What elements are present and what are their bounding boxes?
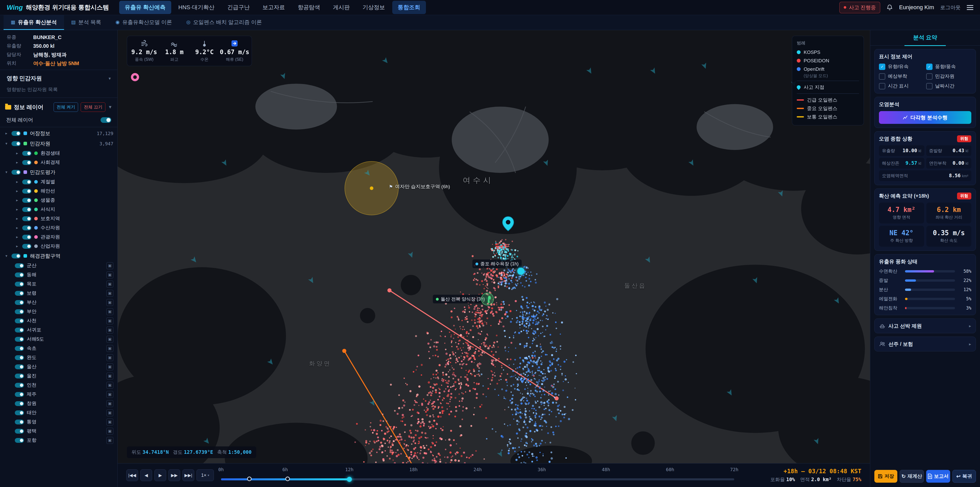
region-row[interactable]: 울산▣ bbox=[0, 362, 118, 371]
region-row[interactable]: 태안▣ bbox=[0, 408, 118, 417]
map-canvas[interactable]: 여수시 화양면 돌산읍 ⚑ 여자만 습지보호구역 (6h) 종포 해수욕장 (1… bbox=[118, 30, 870, 463]
chevron-icon[interactable]: ▾ bbox=[4, 170, 9, 174]
zoom-to-region-button[interactable]: ▣ bbox=[107, 308, 113, 315]
zoom-to-region-button[interactable]: ▣ bbox=[107, 363, 113, 370]
region-toggle[interactable] bbox=[15, 383, 24, 388]
region-row[interactable]: 포항▣ bbox=[0, 436, 118, 445]
layer-child-row[interactable]: ▸서식지 bbox=[0, 205, 118, 214]
return-button[interactable]: ↩복귀 bbox=[953, 470, 976, 483]
nav-item[interactable]: 게시판 bbox=[328, 1, 355, 14]
tab-analysis-summary[interactable]: 분석 요약 bbox=[904, 30, 946, 46]
skip-end-button[interactable]: ▶▶| bbox=[183, 469, 194, 481]
region-row[interactable]: 서해5도▣ bbox=[0, 335, 118, 344]
layer-toggle[interactable] bbox=[11, 141, 21, 146]
display-option-checkbox[interactable]: 시간 표시 bbox=[879, 83, 924, 89]
nav-item[interactable]: 유출유 확산예측 bbox=[119, 1, 171, 14]
region-row[interactable]: 보령▣ bbox=[0, 289, 118, 298]
layer-toggle[interactable] bbox=[22, 244, 32, 249]
region-row[interactable]: 창원▣ bbox=[0, 399, 118, 408]
region-toggle[interactable] bbox=[15, 392, 24, 397]
region-toggle[interactable] bbox=[15, 355, 24, 360]
region-toggle[interactable] bbox=[15, 282, 24, 287]
region-toggle[interactable] bbox=[15, 263, 24, 268]
display-option-checkbox[interactable]: 날짜시간 bbox=[926, 83, 971, 89]
chevron-icon[interactable]: ▸ bbox=[15, 198, 19, 203]
region-row[interactable]: 인천▣ bbox=[0, 380, 118, 390]
zoom-to-region-button[interactable]: ▣ bbox=[107, 409, 113, 416]
layer-toggle[interactable] bbox=[22, 207, 32, 212]
beach-marker-point[interactable] bbox=[517, 268, 525, 275]
zoom-to-region-button[interactable]: ▣ bbox=[107, 354, 113, 361]
farm-marker-label[interactable]: 돌산 전복 양식장 (3h) bbox=[433, 295, 488, 303]
layer-toggle[interactable] bbox=[22, 151, 32, 156]
layer-group-row[interactable]: ▾민감자원3,947 bbox=[0, 139, 118, 148]
nav-item[interactable]: HNS·대기확산 bbox=[173, 1, 220, 14]
zoom-to-region-button[interactable]: ▣ bbox=[107, 382, 113, 389]
chevron-icon[interactable]: ▸ bbox=[15, 207, 19, 212]
layer-toggle[interactable] bbox=[22, 160, 32, 165]
region-toggle[interactable] bbox=[15, 438, 24, 443]
tab-item[interactable]: ◎오일펜스 배치 알고리즘 이론 bbox=[179, 15, 269, 30]
region-toggle[interactable] bbox=[15, 337, 24, 342]
region-row[interactable]: 부안▣ bbox=[0, 307, 118, 316]
zoom-to-region-button[interactable]: ▣ bbox=[107, 418, 113, 425]
region-row[interactable]: 울진▣ bbox=[0, 371, 118, 380]
master-layer-toggle[interactable] bbox=[100, 117, 111, 123]
nav-item[interactable]: 항공탐색 bbox=[292, 1, 326, 14]
display-option-checkbox[interactable]: 민감자원 bbox=[926, 73, 971, 80]
timeline-track-area[interactable]: 0h6h12h18h24h36h48h60h72h bbox=[221, 463, 734, 487]
layer-child-row[interactable]: ▸수산자원 bbox=[0, 223, 118, 232]
layer-child-row[interactable]: ▸보호지역 bbox=[0, 214, 118, 223]
chevron-icon[interactable]: ▾ bbox=[4, 254, 9, 258]
chevron-icon[interactable]: ▸ bbox=[15, 244, 19, 249]
layer-toggle[interactable] bbox=[11, 131, 21, 136]
zoom-to-region-button[interactable]: ▣ bbox=[107, 336, 113, 343]
region-toggle[interactable] bbox=[15, 273, 24, 277]
zoom-to-region-button[interactable]: ▣ bbox=[107, 327, 113, 334]
region-row[interactable]: 완도▣ bbox=[0, 353, 118, 362]
region-toggle[interactable] bbox=[15, 300, 24, 305]
recalculate-button[interactable]: ↻재계산 bbox=[900, 470, 924, 483]
layer-toggle[interactable] bbox=[22, 216, 32, 221]
region-toggle[interactable] bbox=[15, 318, 24, 323]
bell-icon[interactable] bbox=[886, 4, 893, 11]
layer-toggle[interactable] bbox=[11, 254, 21, 259]
layer-toggle[interactable] bbox=[22, 225, 32, 230]
layer-toggle[interactable] bbox=[22, 198, 32, 203]
zoom-to-region-button[interactable]: ▣ bbox=[107, 318, 113, 324]
region-row[interactable]: 목포▣ bbox=[0, 279, 118, 289]
polygon-analysis-button[interactable]: 다각형 분석수행 bbox=[879, 111, 971, 124]
step-back-button[interactable]: ◀ bbox=[140, 469, 152, 481]
layer-child-row[interactable]: ▸관광자원 bbox=[0, 232, 118, 241]
nav-item[interactable]: 보고자료 bbox=[257, 1, 291, 14]
collapsed-section[interactable]: 선주 / 보험▸ bbox=[874, 337, 976, 351]
layer-child-row[interactable]: ▸해안선 bbox=[0, 187, 118, 196]
spill-source-icon[interactable] bbox=[131, 73, 139, 81]
display-option-checkbox[interactable]: 예상부착 bbox=[879, 73, 924, 80]
zoom-to-region-button[interactable]: ▣ bbox=[107, 391, 113, 398]
nav-item[interactable]: 통합조회 bbox=[392, 1, 426, 14]
nav-item[interactable]: 긴급구난 bbox=[222, 1, 256, 14]
report-button[interactable]: 보고서 bbox=[926, 470, 950, 483]
display-option-checkbox[interactable]: ✓유향/유속 bbox=[879, 63, 924, 70]
farm-marker-point[interactable] bbox=[481, 293, 494, 305]
nav-item[interactable]: 기상정보 bbox=[357, 1, 391, 14]
region-row[interactable]: 제주▣ bbox=[0, 390, 118, 399]
chevron-icon[interactable]: ▸ bbox=[15, 216, 19, 221]
chevron-icon[interactable]: ▸ bbox=[15, 179, 19, 184]
display-option-checkbox[interactable]: ✓풍향/풍속 bbox=[926, 63, 971, 70]
region-toggle[interactable] bbox=[15, 364, 24, 369]
zoom-to-region-button[interactable]: ▣ bbox=[107, 400, 113, 407]
chevron-icon[interactable]: ▸ bbox=[4, 131, 9, 136]
layer-child-row[interactable]: ▸계절별 bbox=[0, 177, 118, 187]
region-toggle[interactable] bbox=[15, 309, 24, 314]
layer-toggle[interactable] bbox=[22, 189, 32, 193]
incident-pin-icon[interactable] bbox=[502, 216, 514, 232]
all-layers-off-button[interactable]: 전체 끄기 bbox=[81, 102, 105, 112]
zoom-to-region-button[interactable]: ▣ bbox=[107, 345, 113, 352]
region-toggle[interactable] bbox=[15, 401, 24, 406]
region-row[interactable]: 부산▣ bbox=[0, 298, 118, 307]
layer-toggle[interactable] bbox=[11, 170, 21, 175]
collapsed-section[interactable]: 사고 선박 제원▸ bbox=[874, 318, 976, 333]
layer-group-row[interactable]: ▾해경관할구역 bbox=[0, 251, 118, 261]
